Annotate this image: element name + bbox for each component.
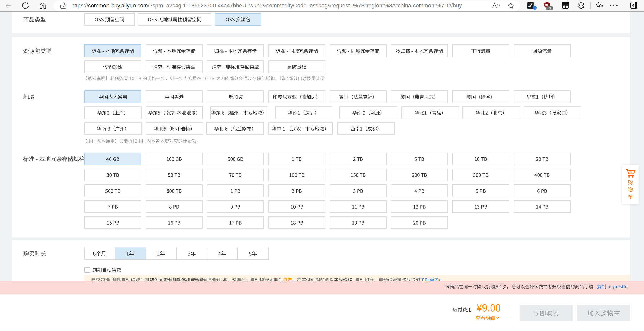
svg-text:1: 1 <box>534 6 536 10</box>
svg-text:ub: ub <box>545 3 549 6</box>
svg-text:63: 63 <box>548 7 551 10</box>
